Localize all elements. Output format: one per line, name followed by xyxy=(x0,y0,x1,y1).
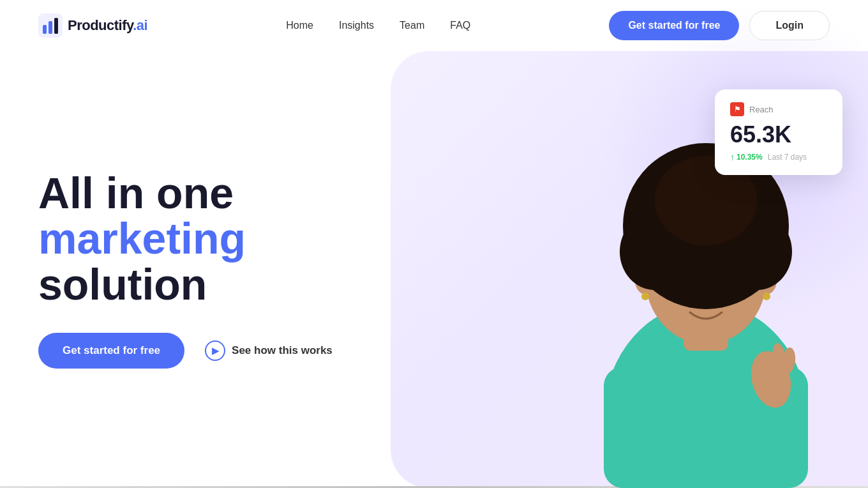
play-icon: ▶ xyxy=(205,340,225,361)
stats-period: Last 7 days xyxy=(768,153,807,162)
see-how-label: See how this works xyxy=(232,344,333,357)
stats-trend: ↑ 10.35% xyxy=(730,152,763,162)
nav-item-faq[interactable]: FAQ xyxy=(450,20,470,31)
hero-title: All in one marketing solution xyxy=(38,171,333,307)
nav-item-insights[interactable]: Insights xyxy=(339,20,374,31)
login-button[interactable]: Login xyxy=(749,11,830,40)
stats-footer: ↑ 10.35% Last 7 days xyxy=(730,152,827,162)
trend-arrow-icon: ↑ xyxy=(730,152,735,162)
navbar: Productify.ai Home Insights Team FAQ Get… xyxy=(0,0,868,51)
stats-trend-value: 10.35% xyxy=(737,153,763,162)
nav-item-team[interactable]: Team xyxy=(400,20,424,31)
stats-card-header: Reach xyxy=(730,102,827,116)
svg-rect-3 xyxy=(54,18,58,34)
hero-content: All in one marketing solution Get starte… xyxy=(0,171,333,369)
reach-icon xyxy=(730,102,744,116)
get-started-hero-button[interactable]: Get started for free xyxy=(38,333,184,369)
svg-rect-1 xyxy=(43,25,47,34)
svg-point-20 xyxy=(763,293,770,300)
hero-section: All in one marketing solution Get starte… xyxy=(0,51,868,488)
get-started-nav-button[interactable]: Get started for free xyxy=(609,11,739,40)
svg-rect-2 xyxy=(49,21,52,34)
stats-value: 65.3K xyxy=(730,121,827,148)
see-how-button[interactable]: ▶ See how this works xyxy=(205,340,333,361)
logo[interactable]: Productify.ai xyxy=(38,13,147,38)
svg-point-21 xyxy=(641,293,649,300)
hero-buttons: Get started for free ▶ See how this work… xyxy=(38,333,333,369)
stats-label: Reach xyxy=(749,105,774,114)
logo-text: Productify.ai xyxy=(68,17,147,34)
nav-links: Home Insights Team FAQ xyxy=(286,20,470,31)
nav-right: Get started for free Login xyxy=(609,11,830,40)
nav-item-home[interactable]: Home xyxy=(286,20,313,31)
stats-card: Reach 65.3K ↑ 10.35% Last 7 days xyxy=(715,89,842,175)
